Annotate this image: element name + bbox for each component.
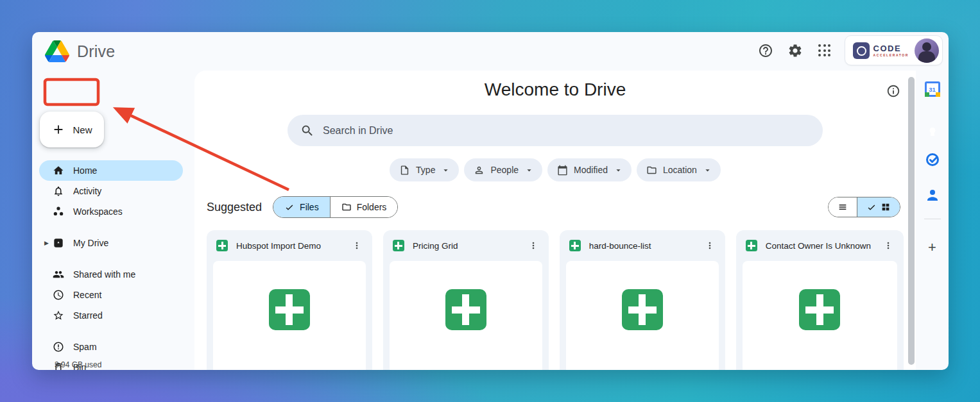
code-accelerator-mark-icon (853, 42, 870, 59)
google-apps-button[interactable] (811, 37, 838, 64)
storage-used-label: 3.94 GB used (55, 360, 101, 369)
google-contacts-icon (925, 187, 940, 203)
sidebar-item-workspaces[interactable]: Workspaces (39, 201, 183, 222)
apps-grid-icon (818, 44, 830, 56)
sidebar-item-home[interactable]: Home (39, 160, 183, 181)
filter-chip-modified[interactable]: Modified (547, 158, 632, 181)
app-header: Drive CODE ACCELERATOR (32, 32, 949, 71)
filter-chip-type[interactable]: Type (390, 158, 459, 181)
filter-chip-people[interactable]: People (464, 158, 542, 181)
info-icon (886, 84, 900, 98)
file-preview (390, 261, 542, 370)
settings-button[interactable] (782, 37, 809, 64)
more-vertical-icon (705, 240, 715, 251)
new-button-label: New (73, 124, 92, 135)
desktop-background: Drive CODE ACCELERATOR (0, 0, 980, 402)
sidebar-item-label: Starred (73, 310, 103, 321)
tasks-app-button[interactable] (925, 152, 940, 167)
files-toggle-label: Files (300, 202, 319, 212)
help-button[interactable] (752, 37, 779, 64)
folders-toggle-label: Folders (357, 202, 387, 212)
keep-app-button[interactable] (925, 117, 940, 132)
help-icon (758, 43, 773, 58)
file-title: hard-bounce-list (589, 241, 692, 251)
sidebar-item-recent[interactable]: Recent (39, 285, 183, 305)
add-app-button[interactable]: + (928, 240, 936, 255)
drive-logo-area[interactable]: Drive (32, 40, 115, 62)
file-menu-button[interactable] (348, 237, 366, 255)
google-calendar-icon: 31 (925, 81, 940, 97)
drive-logo-icon (45, 40, 69, 62)
plus-icon (51, 122, 65, 137)
files-folders-toggle: Files Folders (273, 196, 398, 218)
sidebar-item-label: Shared with me (73, 269, 135, 280)
file-preview (743, 261, 897, 370)
sidebar-nav: Home Activity Workspaces ▶ (39, 160, 183, 370)
clock-icon (53, 289, 64, 301)
home-icon (53, 165, 64, 176)
expand-arrow-icon[interactable]: ▶ (44, 240, 49, 246)
folders-toggle-button[interactable]: Folders (330, 197, 398, 217)
section-title: Suggested (207, 201, 262, 214)
grid-view-icon (881, 202, 891, 212)
chip-label: People (490, 165, 519, 175)
file-menu-button[interactable] (701, 237, 719, 255)
file-menu-button[interactable] (879, 237, 897, 255)
drive-window: Drive CODE ACCELERATOR (32, 32, 949, 370)
sidebar-item-my-drive[interactable]: ▶ My Drive (39, 233, 183, 253)
account-badge[interactable]: CODE ACCELERATOR (845, 35, 943, 65)
sidebar-item-spam[interactable]: Spam (39, 337, 183, 357)
search-bar[interactable] (288, 115, 823, 146)
calendar-app-button[interactable]: 31 (925, 81, 940, 97)
google-sheets-logo-icon (445, 289, 486, 330)
file-preview (213, 261, 366, 370)
sidebar-item-starred[interactable]: Starred (39, 305, 183, 326)
code-accelerator-logo: CODE ACCELERATOR (853, 42, 909, 59)
more-vertical-icon (883, 240, 893, 251)
chip-label: Location (663, 165, 697, 175)
sidebar-item-label: My Drive (73, 238, 108, 248)
file-card[interactable]: Pricing Grid (383, 230, 549, 370)
sidebar-item-shared-with-me[interactable]: Shared with me (39, 264, 183, 285)
info-button[interactable] (886, 84, 900, 100)
file-title: Pricing Grid (413, 241, 516, 251)
folder-icon (341, 202, 352, 212)
sidebar-item-label: Spam (73, 342, 97, 352)
sidebar-item-label: Home (73, 165, 97, 176)
file-card[interactable]: hard-bounce-list (560, 230, 725, 370)
google-sheets-icon (216, 240, 228, 251)
google-sheets-icon (393, 240, 404, 251)
search-icon (300, 124, 314, 138)
more-vertical-icon (528, 240, 538, 251)
grid-view-button[interactable] (857, 197, 900, 217)
file-card-header: hard-bounce-list (560, 230, 725, 261)
contacts-app-button[interactable] (925, 187, 940, 203)
file-card-header: Hubspot Import Demo (207, 230, 372, 261)
file-card[interactable]: Contact Owner Is Unknown (736, 230, 904, 370)
chevron-down-icon (703, 165, 712, 175)
calendar-day-label: 31 (929, 86, 936, 93)
list-view-button[interactable] (829, 197, 857, 217)
files-toggle-button[interactable]: Files (273, 197, 330, 217)
vertical-scrollbar[interactable] (908, 77, 915, 365)
filter-chips: Type People Modified Location (194, 158, 916, 181)
file-menu-button[interactable] (524, 237, 542, 255)
spam-icon (53, 341, 64, 353)
brand-subtitle: ACCELERATOR (873, 54, 909, 57)
file-icon (399, 165, 410, 176)
sidebar: New Home Activity Workspaces (32, 71, 194, 370)
file-card[interactable]: Hubspot Import Demo (207, 230, 372, 370)
search-input[interactable] (323, 125, 810, 137)
sidebar-item-label: Workspaces (73, 206, 123, 217)
sidebar-item-activity[interactable]: Activity (39, 181, 183, 201)
user-avatar[interactable] (915, 38, 939, 63)
rail-divider (924, 219, 941, 219)
filter-chip-location[interactable]: Location (637, 158, 721, 181)
chevron-down-icon (441, 165, 451, 175)
file-title: Contact Owner Is Unknown (766, 241, 871, 251)
check-icon (284, 202, 295, 212)
file-card-header: Contact Owner Is Unknown (736, 230, 904, 261)
side-panel-rail: 31 + (916, 71, 949, 370)
chip-label: Modified (574, 165, 608, 175)
new-button[interactable]: New (40, 112, 104, 147)
